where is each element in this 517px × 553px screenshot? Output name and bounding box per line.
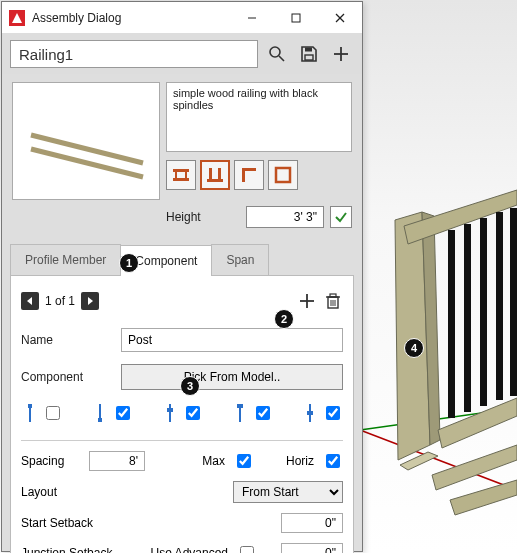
type-option-1[interactable]	[166, 160, 196, 190]
svg-line-27	[31, 149, 143, 177]
junction-setback-label: Junction Setback	[21, 546, 131, 553]
tabs: Profile Member Component Span	[10, 244, 354, 276]
spacing-input[interactable]	[89, 451, 145, 471]
component-name-input[interactable]	[121, 328, 343, 352]
pager-count: 1 of 1	[45, 294, 75, 308]
use-advanced-label: Use Advanced	[151, 546, 228, 553]
svg-rect-34	[218, 168, 221, 182]
svg-line-21	[279, 56, 284, 61]
tab-span[interactable]: Span	[211, 244, 269, 275]
position-icon-bottom	[91, 402, 109, 424]
callout-4: 4	[404, 338, 424, 358]
assembly-thumbnail	[12, 82, 160, 200]
window-title: Assembly Dialog	[32, 11, 230, 25]
position-checkbox-3[interactable]	[186, 406, 200, 420]
horiz-label: Horiz	[286, 454, 314, 468]
layout-select[interactable]: From Start	[233, 481, 343, 503]
type-option-2-selected[interactable]	[200, 160, 230, 190]
height-label: Height	[166, 210, 240, 224]
minimize-button[interactable]	[230, 2, 274, 34]
assembly-type-row	[166, 158, 352, 192]
type-option-3[interactable]	[234, 160, 264, 190]
callout-3: 3	[180, 376, 200, 396]
layout-label: Layout	[21, 485, 83, 499]
start-setback-label: Start Setback	[21, 516, 131, 530]
svg-rect-17	[292, 14, 300, 22]
svg-rect-53	[167, 408, 173, 412]
save-button[interactable]	[296, 41, 322, 67]
position-checkbox-2[interactable]	[116, 406, 130, 420]
assembly-name-input[interactable]	[10, 40, 258, 68]
junction-setback-input[interactable]	[281, 543, 343, 553]
position-checkbox-1[interactable]	[46, 406, 60, 420]
svg-rect-36	[242, 168, 256, 171]
svg-rect-31	[185, 169, 187, 181]
svg-rect-30	[175, 169, 177, 181]
svg-rect-37	[276, 168, 290, 182]
svg-rect-51	[98, 418, 102, 422]
name-label: Name	[21, 333, 121, 347]
svg-rect-9	[448, 230, 455, 418]
position-checkbox-4[interactable]	[256, 406, 270, 420]
max-checkbox[interactable]	[237, 454, 251, 468]
add-component-button[interactable]	[297, 288, 317, 314]
position-icon-inline	[161, 402, 179, 424]
delete-component-button[interactable]	[323, 288, 343, 314]
svg-line-26	[31, 135, 143, 163]
svg-rect-10	[464, 224, 471, 412]
search-button[interactable]	[264, 41, 290, 67]
svg-rect-47	[330, 294, 336, 297]
app-logo-icon	[8, 9, 26, 27]
svg-marker-7	[432, 445, 517, 490]
add-button[interactable]	[328, 41, 354, 67]
callout-1: 1	[119, 253, 139, 273]
tab-body: 1 of 1 Name Component Pick From Model..	[10, 276, 354, 553]
svg-rect-48	[28, 404, 32, 408]
position-checkbox-5[interactable]	[326, 406, 340, 420]
svg-rect-23	[305, 48, 312, 52]
assembly-description[interactable]: simple wood railing with black spindles	[166, 82, 352, 152]
svg-rect-22	[305, 55, 313, 60]
spacing-label: Spacing	[21, 454, 83, 468]
position-icon-offset-top	[231, 402, 249, 424]
position-icon-top	[21, 402, 39, 424]
max-label: Max	[202, 454, 225, 468]
assembly-dialog: Assembly Dialog simp	[1, 1, 363, 552]
position-options-row	[21, 402, 343, 424]
svg-rect-13	[510, 208, 517, 396]
close-button[interactable]	[318, 2, 362, 34]
pager-prev-button[interactable]	[21, 292, 39, 310]
height-input[interactable]	[246, 206, 324, 228]
tab-profile-member[interactable]: Profile Member	[10, 244, 121, 275]
svg-marker-38	[27, 297, 32, 305]
svg-rect-12	[496, 212, 503, 400]
type-option-4[interactable]	[268, 160, 298, 190]
maximize-button[interactable]	[274, 2, 318, 34]
use-advanced-checkbox[interactable]	[240, 546, 254, 553]
height-confirm-button[interactable]	[330, 206, 352, 228]
svg-marker-8	[450, 480, 517, 515]
svg-rect-33	[209, 168, 212, 182]
svg-rect-57	[307, 411, 313, 415]
position-icon-center	[301, 402, 319, 424]
assembly-name-bar	[2, 34, 362, 74]
svg-point-20	[270, 47, 280, 57]
component-label: Component	[21, 370, 121, 384]
horiz-checkbox[interactable]	[326, 454, 340, 468]
svg-rect-11	[480, 218, 487, 406]
pager-next-button[interactable]	[81, 292, 99, 310]
pick-from-model-button[interactable]: Pick From Model..	[121, 364, 343, 390]
start-setback-input[interactable]	[281, 513, 343, 533]
callout-2: 2	[274, 309, 294, 329]
svg-marker-39	[88, 297, 93, 305]
titlebar: Assembly Dialog	[2, 2, 362, 34]
